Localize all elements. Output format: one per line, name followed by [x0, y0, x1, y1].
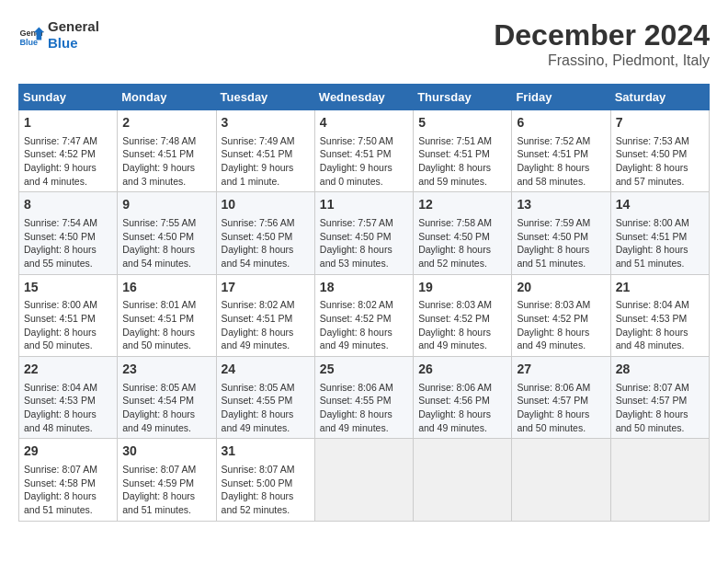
day-info: Sunrise: 7:59 AM Sunset: 4:50 PM Dayligh…	[517, 216, 605, 270]
day-number: 15	[24, 279, 112, 297]
calendar-cell: 4Sunrise: 7:50 AM Sunset: 4:51 PM Daylig…	[314, 110, 413, 192]
day-info: Sunrise: 8:02 AM Sunset: 4:51 PM Dayligh…	[222, 298, 310, 352]
col-header-wednesday: Wednesday	[314, 85, 413, 110]
calendar-cell: 18Sunrise: 8:02 AM Sunset: 4:52 PM Dayli…	[314, 274, 413, 356]
day-number: 25	[320, 361, 408, 379]
day-info: Sunrise: 8:06 AM Sunset: 4:56 PM Dayligh…	[418, 381, 506, 435]
day-info: Sunrise: 7:55 AM Sunset: 4:50 PM Dayligh…	[122, 216, 210, 270]
day-info: Sunrise: 8:02 AM Sunset: 4:52 PM Dayligh…	[320, 298, 408, 352]
day-number: 13	[517, 196, 605, 214]
calendar-cell: 5Sunrise: 7:51 AM Sunset: 4:51 PM Daylig…	[414, 110, 512, 192]
day-info: Sunrise: 8:06 AM Sunset: 4:57 PM Dayligh…	[517, 381, 605, 435]
col-header-thursday: Thursday	[414, 85, 512, 110]
calendar-cell: 2Sunrise: 7:48 AM Sunset: 4:51 PM Daylig…	[118, 110, 216, 192]
day-number: 11	[320, 196, 408, 214]
calendar-cell: 25Sunrise: 8:06 AM Sunset: 4:55 PM Dayli…	[314, 357, 413, 439]
calendar-cell: 19Sunrise: 8:03 AM Sunset: 4:52 PM Dayli…	[414, 274, 512, 356]
day-info: Sunrise: 8:03 AM Sunset: 4:52 PM Dayligh…	[418, 298, 506, 352]
week-row-3: 15Sunrise: 8:00 AM Sunset: 4:51 PM Dayli…	[19, 274, 710, 356]
day-info: Sunrise: 8:05 AM Sunset: 4:55 PM Dayligh…	[222, 381, 310, 435]
day-number: 12	[418, 196, 506, 214]
day-info: Sunrise: 8:07 AM Sunset: 4:58 PM Dayligh…	[24, 463, 112, 517]
day-info: Sunrise: 7:57 AM Sunset: 4:50 PM Dayligh…	[320, 216, 408, 270]
calendar-cell: 10Sunrise: 7:56 AM Sunset: 4:50 PM Dayli…	[216, 192, 314, 274]
calendar-table: SundayMondayTuesdayWednesdayThursdayFrid…	[18, 84, 710, 522]
day-info: Sunrise: 7:51 AM Sunset: 4:51 PM Dayligh…	[418, 134, 506, 189]
day-info: Sunrise: 8:01 AM Sunset: 4:51 PM Dayligh…	[122, 298, 210, 352]
day-info: Sunrise: 7:50 AM Sunset: 4:51 PM Dayligh…	[320, 134, 408, 189]
calendar-cell: 6Sunrise: 7:52 AM Sunset: 4:51 PM Daylig…	[512, 110, 610, 192]
calendar-cell: 16Sunrise: 8:01 AM Sunset: 4:51 PM Dayli…	[118, 274, 216, 356]
day-number: 16	[122, 279, 210, 297]
calendar-cell: 20Sunrise: 8:03 AM Sunset: 4:52 PM Dayli…	[512, 274, 610, 356]
day-number: 27	[517, 361, 605, 379]
day-info: Sunrise: 8:03 AM Sunset: 4:52 PM Dayligh…	[517, 298, 605, 352]
week-row-5: 29Sunrise: 8:07 AM Sunset: 4:58 PM Dayli…	[19, 439, 710, 521]
day-number: 10	[222, 196, 310, 214]
day-number: 18	[320, 279, 408, 297]
calendar-cell: 17Sunrise: 8:02 AM Sunset: 4:51 PM Dayli…	[216, 274, 314, 356]
calendar-cell: 9Sunrise: 7:55 AM Sunset: 4:50 PM Daylig…	[118, 192, 216, 274]
calendar-cell: 14Sunrise: 8:00 AM Sunset: 4:51 PM Dayli…	[610, 192, 709, 274]
calendar-cell: 3Sunrise: 7:49 AM Sunset: 4:51 PM Daylig…	[216, 110, 314, 192]
col-header-friday: Friday	[512, 85, 610, 110]
logo-icon: General Blue	[18, 22, 44, 48]
day-number: 31	[222, 442, 310, 461]
calendar-cell: 23Sunrise: 8:05 AM Sunset: 4:54 PM Dayli…	[118, 357, 216, 439]
day-number: 28	[616, 361, 704, 379]
day-info: Sunrise: 7:58 AM Sunset: 4:50 PM Dayligh…	[418, 216, 506, 270]
col-header-monday: Monday	[118, 85, 216, 110]
day-number: 5	[418, 114, 506, 132]
day-info: Sunrise: 7:52 AM Sunset: 4:51 PM Dayligh…	[517, 134, 605, 189]
page-header: General Blue General Blue December 2024 …	[18, 18, 710, 69]
calendar-cell: 28Sunrise: 8:07 AM Sunset: 4:57 PM Dayli…	[610, 357, 709, 439]
day-number: 29	[24, 442, 112, 461]
day-number: 23	[122, 361, 210, 379]
calendar-cell: 13Sunrise: 7:59 AM Sunset: 4:50 PM Dayli…	[512, 192, 610, 274]
col-header-saturday: Saturday	[610, 85, 709, 110]
svg-text:Blue: Blue	[19, 38, 38, 47]
day-number: 30	[122, 442, 210, 461]
calendar-cell	[414, 439, 512, 521]
main-title: December 2024	[494, 18, 710, 52]
day-info: Sunrise: 7:47 AM Sunset: 4:52 PM Dayligh…	[24, 134, 112, 189]
day-info: Sunrise: 8:07 AM Sunset: 5:00 PM Dayligh…	[222, 463, 310, 517]
col-header-tuesday: Tuesday	[216, 85, 314, 110]
day-number: 7	[616, 114, 704, 132]
subtitle: Frassino, Piedmont, Italy	[494, 52, 710, 69]
day-info: Sunrise: 8:07 AM Sunset: 4:57 PM Dayligh…	[616, 381, 704, 435]
day-info: Sunrise: 8:00 AM Sunset: 4:51 PM Dayligh…	[616, 216, 704, 270]
week-row-2: 8Sunrise: 7:54 AM Sunset: 4:50 PM Daylig…	[19, 192, 710, 274]
day-number: 19	[418, 279, 506, 297]
day-number: 24	[222, 361, 310, 379]
day-info: Sunrise: 8:00 AM Sunset: 4:51 PM Dayligh…	[24, 298, 112, 352]
week-row-1: 1Sunrise: 7:47 AM Sunset: 4:52 PM Daylig…	[19, 110, 710, 192]
calendar-cell: 31Sunrise: 8:07 AM Sunset: 5:00 PM Dayli…	[216, 439, 314, 521]
day-info: Sunrise: 8:04 AM Sunset: 4:53 PM Dayligh…	[616, 298, 704, 352]
day-number: 4	[320, 114, 408, 132]
day-number: 22	[24, 361, 112, 379]
title-block: December 2024 Frassino, Piedmont, Italy	[494, 18, 710, 69]
day-number: 20	[517, 279, 605, 297]
calendar-cell: 1Sunrise: 7:47 AM Sunset: 4:52 PM Daylig…	[19, 110, 118, 192]
logo: General Blue General Blue	[18, 18, 99, 52]
calendar-cell	[512, 439, 610, 521]
day-number: 9	[122, 196, 210, 214]
day-number: 17	[222, 279, 310, 297]
calendar-cell	[314, 439, 413, 521]
day-number: 6	[517, 114, 605, 132]
day-info: Sunrise: 8:06 AM Sunset: 4:55 PM Dayligh…	[320, 381, 408, 435]
week-row-4: 22Sunrise: 8:04 AM Sunset: 4:53 PM Dayli…	[19, 357, 710, 439]
day-number: 21	[616, 279, 704, 297]
day-info: Sunrise: 7:56 AM Sunset: 4:50 PM Dayligh…	[222, 216, 310, 270]
day-info: Sunrise: 7:53 AM Sunset: 4:50 PM Dayligh…	[616, 134, 704, 189]
day-info: Sunrise: 8:07 AM Sunset: 4:59 PM Dayligh…	[122, 463, 210, 517]
day-info: Sunrise: 7:49 AM Sunset: 4:51 PM Dayligh…	[222, 134, 310, 189]
calendar-cell: 27Sunrise: 8:06 AM Sunset: 4:57 PM Dayli…	[512, 357, 610, 439]
calendar-cell: 12Sunrise: 7:58 AM Sunset: 4:50 PM Dayli…	[414, 192, 512, 274]
calendar-cell: 29Sunrise: 8:07 AM Sunset: 4:58 PM Dayli…	[19, 439, 118, 521]
calendar-cell: 22Sunrise: 8:04 AM Sunset: 4:53 PM Dayli…	[19, 357, 118, 439]
day-info: Sunrise: 7:54 AM Sunset: 4:50 PM Dayligh…	[24, 216, 112, 270]
calendar-cell: 30Sunrise: 8:07 AM Sunset: 4:59 PM Dayli…	[118, 439, 216, 521]
day-number: 8	[24, 196, 112, 214]
